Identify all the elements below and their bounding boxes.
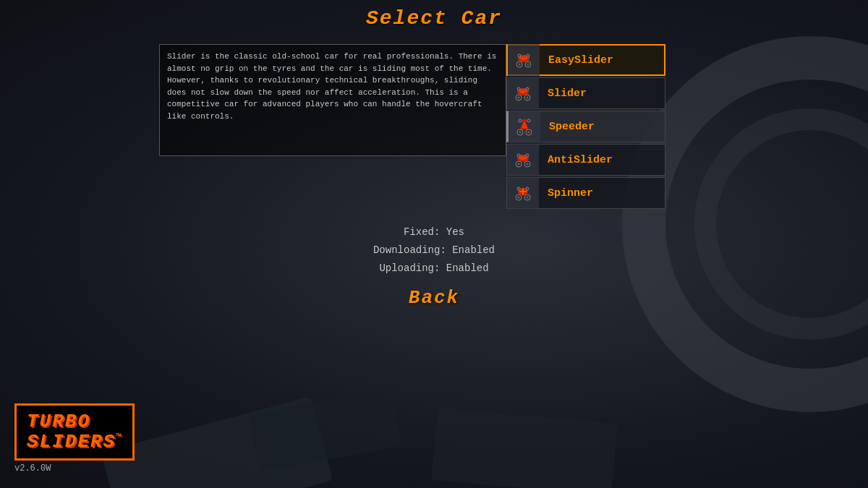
svg-point-16 xyxy=(517,87,520,90)
svg-point-44 xyxy=(526,187,529,190)
fixed-label: Fixed: xyxy=(404,226,440,238)
car-name-easyslider: EasySlider xyxy=(540,54,613,67)
car-item-antislider[interactable]: AntiSlider xyxy=(506,144,665,176)
car-item-slider[interactable]: Slider xyxy=(506,77,665,109)
car-item-easyslider[interactable]: EasySlider xyxy=(506,44,665,76)
svg-point-35 xyxy=(526,154,529,157)
svg-point-25 xyxy=(519,119,522,122)
svg-point-34 xyxy=(517,154,520,157)
svg-point-2 xyxy=(518,63,521,66)
svg-point-3 xyxy=(527,63,529,66)
uploading-label: Uploading: xyxy=(379,262,440,274)
svg-rect-33 xyxy=(520,155,526,158)
svg-point-38 xyxy=(517,196,520,199)
logo-area: TURBO SLIDERS™ v2.6.0W xyxy=(14,403,135,474)
svg-point-8 xyxy=(527,54,529,57)
main-area: Slider is the classic old-school car for… xyxy=(159,44,709,210)
version-label: v2.6.0W xyxy=(14,463,135,474)
downloading-value: Enabled xyxy=(452,244,495,256)
svg-point-39 xyxy=(526,196,529,199)
car-name-spinner: Spinner xyxy=(539,187,593,200)
svg-point-17 xyxy=(526,87,529,90)
car-name-antislider: AntiSlider xyxy=(539,154,613,166)
car-item-speeder[interactable]: Speeder xyxy=(506,111,665,142)
logo-box: TURBO SLIDERS™ xyxy=(14,403,135,461)
car-item-spinner[interactable]: Spinner xyxy=(506,177,665,209)
svg-rect-24 xyxy=(522,119,527,122)
downloading-status: Downloading: Enabled xyxy=(373,241,495,260)
svg-point-12 xyxy=(526,96,529,99)
svg-point-21 xyxy=(527,131,530,134)
car-name-slider: Slider xyxy=(539,87,587,100)
fixed-status: Fixed: Yes xyxy=(373,223,495,241)
svg-point-11 xyxy=(517,96,520,99)
svg-point-26 xyxy=(527,119,530,122)
back-button[interactable]: Back xyxy=(373,281,495,315)
page-title: Select Car xyxy=(366,7,502,30)
car-description: Slider is the classic old-school car for… xyxy=(159,44,506,156)
svg-point-7 xyxy=(518,54,521,57)
car-list: EasySlider Slider xyxy=(506,44,665,210)
svg-point-29 xyxy=(517,163,520,166)
car-icon-easyslider xyxy=(508,44,540,76)
car-icon-antislider xyxy=(507,144,539,176)
status-area: Fixed: Yes Downloading: Enabled Uploadin… xyxy=(373,223,495,314)
logo-sliders: SLIDERS™ xyxy=(27,432,122,453)
uploading-status: Uploading: Enabled xyxy=(373,260,495,278)
fixed-value: Yes xyxy=(446,226,464,238)
svg-point-43 xyxy=(517,187,520,190)
car-name-speeder: Speeder xyxy=(540,121,595,133)
car-icon-slider xyxy=(507,77,539,109)
svg-rect-6 xyxy=(521,56,527,58)
car-icon-spinner xyxy=(507,177,539,209)
svg-rect-15 xyxy=(520,89,526,91)
downloading-label: Downloading: xyxy=(373,244,446,256)
svg-point-30 xyxy=(526,163,529,166)
car-icon-speeder xyxy=(509,111,540,142)
svg-point-20 xyxy=(519,131,522,134)
logo-turbo: TURBO xyxy=(27,411,122,432)
uploading-value: Enabled xyxy=(446,262,489,274)
